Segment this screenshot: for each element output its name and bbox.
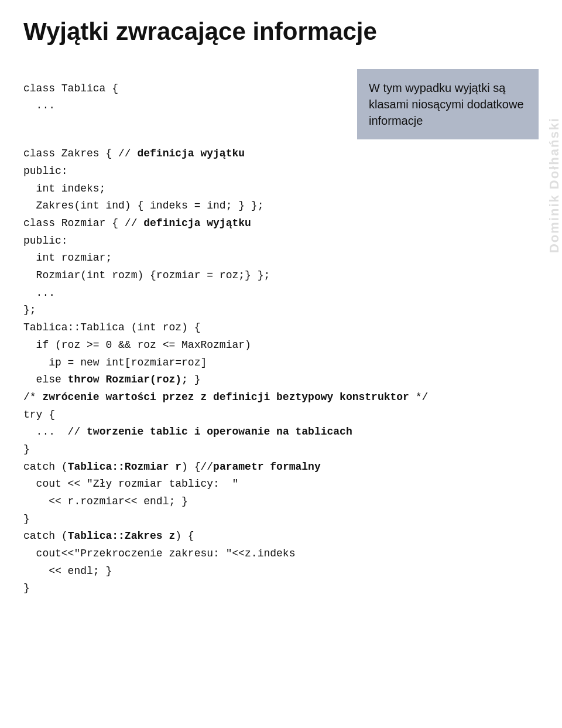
- code-line22: cout << "Zły rozmiar tablicy: ": [23, 478, 238, 490]
- code-line3: class Zakres { //: [23, 148, 137, 159]
- watermark: Dominik Dołhański: [547, 117, 562, 253]
- code-line8: public:: [23, 235, 68, 247]
- code-line21: catch (: [23, 461, 68, 473]
- code-line15: ip = new int[rozmiar=roz]: [23, 357, 207, 368]
- code-line25-end: ) {: [175, 530, 194, 542]
- code-line20: }: [23, 443, 30, 455]
- code-line13: Tablica::Tablica (int roz) {: [23, 322, 200, 333]
- code-line28: }: [23, 582, 30, 594]
- code-line21-bold: Tablica::Rozmiar r: [68, 461, 181, 473]
- code-line14: if (roz >= 0 && roz <= MaxRozmiar): [23, 339, 251, 351]
- code-line9: int rozmiar;: [23, 252, 112, 264]
- code-line21-end: ) {//: [181, 461, 213, 473]
- code-line12: };: [23, 304, 36, 316]
- code-line4: public:: [23, 165, 68, 177]
- code-line11: ...: [23, 287, 55, 299]
- code-line2: ...: [23, 100, 55, 111]
- code-line17-end: */: [409, 391, 428, 403]
- code-line24: }: [23, 513, 30, 525]
- code-line23: << r.rozmiar<< endl; }: [23, 495, 188, 507]
- code-line25: catch (: [23, 530, 68, 542]
- code-line10: Rozmiar(int rozm) {rozmiar = roz;} };: [23, 269, 270, 281]
- code-line19: ... //: [23, 426, 87, 438]
- code-line3-bold: definicja wyjątku: [137, 148, 245, 159]
- code-line17: /*: [23, 391, 42, 403]
- code-line6: Zakres(int ind) { indeks = ind; } };: [23, 200, 263, 211]
- code-line26: cout<<"Przekroczenie zakresu: "<<z.indek…: [23, 548, 295, 559]
- code-line16: else: [23, 374, 68, 385]
- code-line18: try {: [23, 409, 55, 421]
- code-line16-bold: throw Rozmiar(roz);: [68, 374, 188, 385]
- page-title: Wyjątki zwracające informacje: [23, 18, 539, 46]
- code-line19-bold: tworzenie tablic i operowanie na tablica…: [87, 426, 352, 438]
- code-line5: int indeks;: [23, 183, 105, 194]
- code-line16-end: }: [188, 374, 201, 385]
- code-line27: << endl; }: [23, 565, 112, 577]
- code-line17-bold: zwrócenie wartości przez z definicji bez…: [42, 391, 409, 403]
- code-line1: class Tablica {: [23, 83, 118, 94]
- code-line7-bold: definicja wyjątku: [143, 217, 251, 229]
- code-line25-bold: Tablica::Zakres z: [68, 530, 176, 542]
- code-main: class Zakres { // definicja wyjątku publ…: [23, 145, 539, 597]
- tooltip-box: W tym wypadku wyjątki są klasami niosący…: [357, 69, 539, 139]
- code-top: class Tablica { ...: [23, 63, 345, 131]
- code-line7: class Rozmiar { //: [23, 217, 143, 229]
- code-line21-comment-bold: parametr formalny: [213, 461, 321, 473]
